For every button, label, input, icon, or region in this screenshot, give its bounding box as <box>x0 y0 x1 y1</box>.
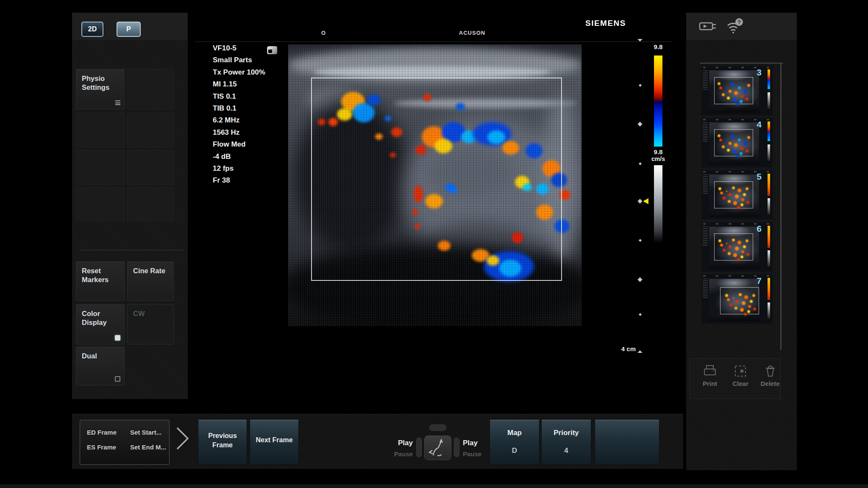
delete-icon <box>763 365 777 377</box>
cine-rate-label: Cine Rate <box>133 267 165 274</box>
delete-button[interactable]: Delete <box>757 363 784 387</box>
print-button[interactable]: Print <box>696 363 723 387</box>
play-pause-left[interactable]: Play Pause <box>380 439 413 458</box>
next-frame-button[interactable]: Next Frame <box>250 420 299 465</box>
cw-button[interactable]: CW <box>127 304 174 344</box>
velocity-unit: cm/s <box>646 155 670 162</box>
scale-top-marker <box>637 39 643 42</box>
priority-label: Priority <box>542 429 591 437</box>
clip-thumbnail[interactable]: 4 <box>701 118 773 167</box>
param-preset: Small Parts <box>213 56 265 68</box>
color-roi-box[interactable] <box>311 78 562 281</box>
clip-number: 4 <box>757 119 762 130</box>
screen-edge-strip <box>0 484 868 488</box>
paddle-left[interactable] <box>416 438 422 457</box>
indicator-on-icon <box>115 335 120 341</box>
param-frame-num: Fr 38 <box>213 176 265 188</box>
focus-marker-icon[interactable] <box>643 198 648 204</box>
param-tib: TIB 0.1 <box>213 104 265 116</box>
header-separator <box>195 42 672 42</box>
wireless-status-icon: ? <box>725 18 744 34</box>
clear-icon <box>734 365 747 377</box>
clip-thumbnail[interactable]: 6 <box>701 222 773 272</box>
thumbnail-scrollbar[interactable] <box>780 64 782 350</box>
ed-frame-item[interactable]: ED Frame <box>87 429 117 436</box>
priority-button[interactable]: Priority 4 <box>541 420 591 465</box>
play-label: Play <box>380 439 413 447</box>
empty-soft-key <box>127 69 174 109</box>
main-display-area: O ACUSON SIEMENS VF10-5 Small Parts Tx P… <box>189 13 679 412</box>
mode-p-button[interactable]: P <box>117 22 141 37</box>
param-tis: TIS 0.1 <box>213 92 265 104</box>
depth-tick <box>639 239 642 242</box>
color-display-button[interactable]: Color Display <box>76 304 125 344</box>
depth-tick <box>637 277 642 282</box>
color-display-label: Color Display <box>82 310 107 326</box>
param-gain: -4 dB <box>213 152 265 164</box>
brand-logo: SIEMENS <box>582 19 629 28</box>
clip-number: 3 <box>757 67 762 78</box>
es-frame-item[interactable]: ES Frame <box>87 444 116 451</box>
clip-thumbnail[interactable]: 5 <box>701 170 773 219</box>
paddle-right[interactable] <box>454 438 459 457</box>
param-mi: MI 1.15 <box>213 80 265 92</box>
depth-tick <box>639 313 642 316</box>
depth-tick <box>639 162 642 165</box>
physio-settings-button[interactable]: Physio Settings <box>76 69 125 109</box>
param-prf: 1563 Hz <box>213 128 265 140</box>
dual-label: Dual <box>82 352 97 360</box>
paddle-top[interactable] <box>429 424 446 431</box>
mode-2d-button[interactable]: 2D <box>81 22 103 37</box>
reset-markers-label: Reset Markers <box>82 267 108 283</box>
set-start-item[interactable]: Set Start... <box>130 429 161 436</box>
clip-thumbnail[interactable]: 7 <box>701 274 773 324</box>
probe-orientation-icon <box>267 46 277 54</box>
thumbnail-strip-border <box>700 63 783 64</box>
priority-value: 4 <box>542 446 591 455</box>
scale-bottom-marker <box>637 350 643 353</box>
reset-markers-button[interactable]: Reset Markers <box>76 261 125 301</box>
empty-soft-key <box>127 150 174 185</box>
ultrasound-image <box>288 44 581 326</box>
cine-rate-button[interactable]: Cine Rate <box>127 261 174 301</box>
depth-tick <box>637 199 642 203</box>
svg-text:?: ? <box>737 19 741 25</box>
param-frequency: 6.2 MHz <box>213 116 265 128</box>
review-panel: ? 3 4 <box>686 13 797 470</box>
empty-soft-key <box>76 150 125 185</box>
clip-thumbnail[interactable]: 3 <box>701 66 773 115</box>
param-transducer: VF10-5 <box>213 44 265 56</box>
clip-thumbnail-strip: 3 4 5 <box>701 66 773 327</box>
cw-label: CW <box>133 310 145 317</box>
param-tx-power: Tx Power 100% <box>213 68 265 80</box>
mode-button-row: 2D P <box>72 13 188 40</box>
clear-button[interactable]: Clear <box>727 363 754 387</box>
empty-control-button[interactable] <box>595 420 659 465</box>
indicator-off-icon <box>115 376 120 382</box>
empty-soft-key <box>127 113 174 147</box>
frame-marker-menu[interactable]: ED Frame Set Start... ES Frame Set End M… <box>80 420 170 465</box>
chevron-right-icon[interactable] <box>175 426 191 451</box>
grayscale-bar <box>654 165 662 243</box>
dual-button[interactable]: Dual <box>76 347 125 385</box>
doppler-colorbar <box>654 55 662 147</box>
empty-soft-key <box>76 187 125 221</box>
power-plug-icon <box>698 20 718 32</box>
status-icon-row: ? <box>686 13 797 40</box>
trackball-touchpad[interactable] <box>424 435 451 460</box>
left-control-panel: 2D P Physio Settings Reset Markers Cine … <box>72 13 188 399</box>
clip-number: 6 <box>757 224 762 234</box>
clip-number: 7 <box>757 276 762 286</box>
orientation-marker: O <box>311 30 336 36</box>
pause-label: Pause <box>380 450 413 458</box>
previous-frame-button[interactable]: Previous Frame <box>198 420 247 465</box>
param-frame-rate: 12 fps <box>213 164 265 176</box>
map-label: Map <box>490 429 539 437</box>
set-end-item[interactable]: Set End M... <box>130 444 166 451</box>
empty-soft-key <box>76 113 125 147</box>
empty-soft-key <box>127 187 174 221</box>
depth-tick <box>637 122 642 126</box>
physio-settings-label: Physio Settings <box>82 75 109 91</box>
print-icon <box>703 365 717 377</box>
map-button[interactable]: Map D <box>490 420 540 465</box>
